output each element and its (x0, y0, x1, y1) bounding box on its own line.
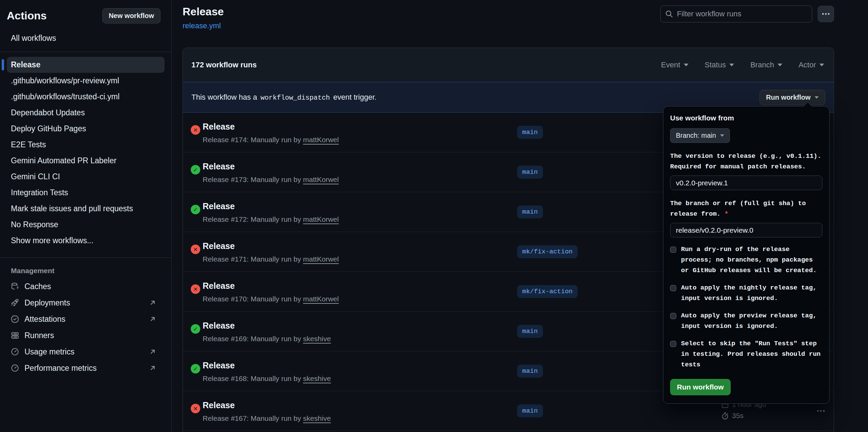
run-title-link[interactable]: Release (203, 321, 235, 331)
run-title-link[interactable]: Release (203, 361, 235, 370)
run-actor-link[interactable]: mattKorwel (303, 215, 339, 223)
chevron-down-icon (729, 64, 734, 66)
page-options-kebab-button[interactable] (818, 6, 834, 22)
sidebar-workflow-item[interactable]: Deploy GitHub Pages (7, 121, 165, 137)
run-title-link[interactable]: Release (203, 281, 235, 291)
dispatch-option: Auto apply the preview release tag, inpu… (670, 311, 822, 332)
dispatch-options-list: Run a dry-run of the release process; no… (670, 244, 822, 370)
workflow-item-label: .github/workflows/pr-review.yml (11, 76, 119, 85)
sidebar-workflow-item[interactable]: Gemini CLI CI (7, 169, 165, 185)
branch-badge[interactable]: main (517, 126, 543, 139)
dispatch-option-label: Select to skip the "Run Tests" step in t… (681, 338, 822, 370)
run-title-link[interactable]: Release (203, 241, 235, 251)
sidebar-management-item[interactable]: Runners (7, 327, 165, 344)
run-duration: 35s (732, 412, 744, 420)
run-status-icon (191, 125, 200, 135)
dispatch-option-label: Auto apply the nightly release tag, inpu… (681, 283, 822, 304)
branch-badge[interactable]: main (517, 205, 543, 218)
branch-badge[interactable]: mk/fix-action (517, 285, 578, 298)
filter-label: Actor (799, 61, 816, 69)
dispatch-option-checkbox[interactable] (670, 247, 676, 253)
run-title-link[interactable]: Release (203, 400, 235, 410)
run-actor-link[interactable]: mattKorwel (303, 255, 339, 263)
run-description: Release #171: Manually run by mattKorwel (203, 255, 339, 263)
required-asterisk: * (725, 210, 728, 218)
sidebar-workflow-item[interactable]: No Response (7, 217, 165, 233)
run-actor-link[interactable]: mattKorwel (303, 295, 339, 303)
workflow-item-label: .github/workflows/trusted-ci.yml (11, 92, 120, 101)
branch-badge[interactable]: mk/fix-action (517, 245, 578, 258)
sidebar-workflow-item[interactable]: .github/workflows/pr-review.yml (7, 73, 165, 89)
run-description: Release #169: Manually run by skeshive (203, 335, 331, 343)
sidebar-workflow-item[interactable]: Release (7, 57, 165, 73)
runs-count: 172 workflow runs (191, 61, 257, 69)
filter-dropdown[interactable]: Branch (750, 61, 782, 69)
kebab-icon (821, 10, 830, 18)
branch-badge[interactable]: main (517, 404, 543, 417)
branch-selector-button[interactable]: Branch: main (670, 128, 730, 143)
run-title-link[interactable]: Release (203, 122, 235, 132)
sidebar-management-item[interactable]: Performance metrics (7, 360, 165, 376)
run-title-link[interactable]: Release (203, 162, 235, 171)
filter-dropdown[interactable]: Status (705, 61, 734, 69)
sidebar-workflow-item[interactable]: Mark stale issues and pull requests (7, 201, 165, 217)
branch-badge[interactable]: main (517, 365, 543, 378)
run-actor-link[interactable]: mattKorwel (303, 176, 339, 183)
branch-badge[interactable]: main (517, 166, 543, 179)
dispatch-option-checkbox[interactable] (670, 285, 676, 291)
actions-sidebar: Actions New workflow All workflows Relea… (0, 0, 172, 432)
branch-badge[interactable]: main (517, 325, 543, 338)
meter-icon (11, 364, 19, 372)
workflow-item-label: Release (11, 60, 40, 69)
chevron-down-icon (778, 64, 782, 66)
management-section-label: Management (0, 258, 171, 275)
sidebar-workflow-item[interactable]: Show more workflows... (7, 233, 165, 249)
run-status-icon (191, 284, 200, 294)
banner-text-suffix: event trigger. (333, 93, 376, 102)
sidebar-workflow-item[interactable]: Dependabot Updates (7, 105, 165, 121)
filter-dropdown[interactable]: Event (661, 61, 688, 69)
sidebar-workflow-item[interactable]: Gemini Automated PR Labeler (7, 153, 165, 169)
new-workflow-button[interactable]: New workflow (102, 8, 160, 23)
dispatch-option-checkbox[interactable] (670, 341, 676, 347)
run-actor-link[interactable]: skeshive (303, 414, 331, 422)
run-actor-link[interactable]: skeshive (303, 335, 331, 343)
run-workflow-submit-button[interactable]: Run workflow (670, 379, 731, 395)
sidebar-workflow-item[interactable]: .github/workflows/trusted-ci.yml (7, 89, 165, 105)
run-status-icon (191, 205, 200, 214)
management-item-label: Usage metrics (24, 347, 74, 356)
dispatch-option-checkbox[interactable] (670, 313, 676, 319)
sidebar-management-item[interactable]: Attestations (7, 311, 165, 327)
sidebar-management-item[interactable]: Caches (7, 278, 165, 295)
workflow-file-link[interactable]: release.yml (183, 21, 221, 30)
page-title: Release (183, 5, 224, 18)
dispatch-option-label: Auto apply the preview release tag, inpu… (681, 311, 822, 332)
arrow-up-right-icon (149, 348, 156, 355)
sidebar-management-item[interactable]: Deployments (7, 295, 165, 311)
workflow-item-label: Deploy GitHub Pages (11, 124, 86, 133)
run-options-kebab-button[interactable] (816, 406, 826, 416)
workflow-item-label: Show more workflows... (11, 236, 93, 245)
run-workflow-dropdown-button[interactable]: Run workflow (760, 90, 825, 105)
run-description: Release #174: Manually run by mattKorwel (203, 136, 339, 144)
filter-label: Event (661, 61, 680, 69)
run-title-link[interactable]: Release (203, 201, 235, 211)
ref-input[interactable] (670, 223, 822, 237)
search-icon (665, 10, 673, 18)
run-actor-link[interactable]: mattKorwel (303, 136, 339, 144)
sidebar-workflow-item[interactable]: E2E Tests (7, 137, 165, 153)
run-description: Release #168: Manually run by skeshive (203, 375, 331, 383)
version-input[interactable] (670, 176, 822, 190)
filter-runs-input[interactable] (660, 5, 812, 22)
chevron-down-icon (684, 64, 688, 66)
filter-dropdown[interactable]: Actor (799, 61, 824, 69)
filter-label: Status (705, 61, 726, 69)
sidebar-management-item[interactable]: Usage metrics (7, 344, 165, 360)
run-actor-link[interactable]: skeshive (303, 375, 331, 382)
workflow-item-label: Gemini Automated PR Labeler (11, 156, 117, 165)
sidebar-divider (0, 52, 171, 52)
chevron-down-icon (720, 134, 724, 137)
management-nav-list: Caches Deployments Attestations (7, 278, 165, 376)
sidebar-workflow-item[interactable]: Integration Tests (7, 185, 165, 201)
sidebar-item-all-workflows[interactable]: All workflows (0, 23, 171, 43)
